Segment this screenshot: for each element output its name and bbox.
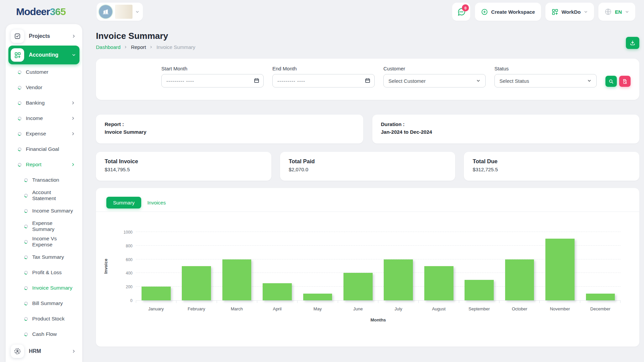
- sidebar-item-tax-summary[interactable]: Tax Summary: [8, 249, 79, 265]
- sidebar-item-financial-goal[interactable]: Financial Goal: [8, 141, 79, 157]
- bar-july[interactable]: [384, 259, 413, 300]
- export-download-button[interactable]: [626, 37, 639, 49]
- chevron-right-icon: [71, 116, 75, 121]
- end-month-input[interactable]: [272, 74, 375, 87]
- calendar-icon[interactable]: [365, 77, 371, 83]
- chevron-right-icon: [71, 349, 76, 354]
- sidebar-item-profit-loss[interactable]: Profit & Loss: [8, 265, 79, 280]
- sidebar-item-income-summary[interactable]: Income Summary: [8, 203, 79, 219]
- notification-badge: 0: [462, 4, 469, 11]
- breadcrumb-current: Invoice Summary: [156, 44, 195, 50]
- workdo-menu-button[interactable]: WorkDo: [545, 3, 594, 21]
- bar-february[interactable]: [182, 266, 211, 300]
- total-invoice-label: Total Invoice: [105, 158, 263, 165]
- breadcrumb-report[interactable]: Report: [131, 44, 146, 50]
- workspace-switcher[interactable]: [97, 3, 143, 21]
- sidebar-item-label: Product Stock: [32, 316, 65, 322]
- x-label-december: December: [580, 306, 621, 311]
- start-month-input[interactable]: [161, 74, 264, 87]
- status-select[interactable]: Select Status: [494, 74, 597, 87]
- bar-march[interactable]: [222, 259, 252, 300]
- bullet-icon: [23, 332, 28, 337]
- sidebar-item-bill-summary[interactable]: Bill Summary: [8, 296, 79, 311]
- sidebar-item-accounting[interactable]: Accounting: [8, 46, 79, 64]
- x-label-june: June: [338, 306, 378, 311]
- chevron-down-icon: [587, 78, 592, 83]
- x-label-july: July: [378, 306, 419, 311]
- report-card-value: Invoice Summary: [105, 129, 355, 135]
- total-due-label: Total Due: [473, 158, 631, 165]
- sidebar-item-banking[interactable]: Banking: [8, 95, 79, 111]
- sidebar-item-projects[interactable]: Projects: [8, 27, 79, 46]
- file-slash-icon: [622, 79, 628, 84]
- chevron-right-icon: [71, 101, 75, 105]
- y-axis-tick-400: 400: [116, 271, 132, 276]
- bar-october[interactable]: [505, 259, 534, 300]
- messages-button[interactable]: 0: [452, 3, 470, 21]
- total-invoice-value: $314,795.5: [105, 167, 263, 172]
- sidebar: ProjectsAccountingCustomerVendorBankingI…: [6, 24, 82, 362]
- customer-label: Customer: [383, 66, 486, 71]
- building-icon: [99, 5, 112, 18]
- sidebar-item-customer[interactable]: Customer: [8, 64, 79, 80]
- filter-panel: Start Month End Month Custom: [96, 59, 639, 100]
- report-card: Report : Invoice Summary: [96, 115, 363, 143]
- bullet-icon: [17, 70, 22, 74]
- customer-select[interactable]: Select Customer: [383, 74, 486, 87]
- sidebar-item-vendor[interactable]: Vendor: [8, 80, 79, 95]
- app-logo[interactable]: Modeer365: [16, 6, 97, 17]
- bullet-icon: [23, 270, 28, 275]
- calendar-icon[interactable]: [254, 77, 260, 83]
- bar-september[interactable]: [465, 280, 494, 300]
- y-axis-tick-600: 600: [116, 257, 132, 262]
- invoice-bar-chart: 02004006008001000InvoiceJanuaryFebruaryM…: [96, 232, 639, 322]
- bar-august[interactable]: [424, 266, 453, 300]
- start-month-field: Start Month: [161, 66, 264, 100]
- workdo-label: WorkDo: [561, 9, 581, 15]
- total-paid-label: Total Paid: [289, 158, 447, 165]
- breadcrumb-dashboard[interactable]: Dashboard: [96, 44, 120, 50]
- bar-december[interactable]: [586, 294, 615, 300]
- apply-filter-button[interactable]: [605, 76, 617, 87]
- chevron-right-icon: [149, 45, 153, 49]
- sidebar-item-label: Income Vs Expense: [32, 236, 75, 248]
- chevron-down-icon: [71, 53, 76, 57]
- sidebar-item-expense-summary[interactable]: Expense Summary: [8, 219, 79, 234]
- sidebar-item-cash-flow[interactable]: Cash Flow: [8, 326, 79, 342]
- bar-may[interactable]: [303, 294, 332, 300]
- status-label: Status: [494, 66, 597, 71]
- sidebar-item-income-vs-expense[interactable]: Income Vs Expense: [8, 234, 79, 249]
- sidebar-item-label: Financial Goal: [26, 146, 59, 152]
- reset-filter-button[interactable]: [619, 76, 631, 87]
- bar-november[interactable]: [545, 239, 575, 300]
- tab-invoices[interactable]: Invoices: [145, 197, 168, 208]
- bar-june[interactable]: [343, 273, 373, 300]
- language-selector[interactable]: EN: [598, 3, 635, 21]
- total-invoice-card: Total Invoice $314,795.5: [96, 152, 271, 181]
- chevron-down-icon: [135, 10, 140, 14]
- sidebar-item-product-stock[interactable]: Product Stock: [8, 311, 79, 326]
- sidebar-item-hrm[interactable]: HRM: [8, 342, 79, 361]
- sidebar-item-account-statement[interactable]: Account Statement: [8, 188, 79, 203]
- status-field: Status Select Status: [494, 66, 597, 100]
- download-icon: [630, 40, 636, 46]
- sidebar-item-label: Expense Summary: [32, 220, 75, 232]
- sidebar-item-label: Report: [26, 162, 42, 168]
- x-label-february: February: [176, 306, 216, 311]
- sidebar-item-label: Accounting: [29, 52, 58, 58]
- sidebar-item-label: Tax Summary: [32, 254, 64, 260]
- sidebar-item-report[interactable]: Report: [8, 157, 79, 172]
- tab-summary[interactable]: Summary: [106, 197, 141, 208]
- chart-tabs: Summary Invoices: [106, 197, 639, 208]
- create-workspace-button[interactable]: Create Workspace: [475, 3, 541, 21]
- sidebar-item-income[interactable]: Income: [8, 111, 79, 126]
- bar-april[interactable]: [263, 283, 292, 300]
- sidebar-item-label: HRM: [29, 348, 41, 354]
- sidebar-item-transaction[interactable]: Transaction: [8, 172, 79, 188]
- bullet-icon: [23, 193, 28, 198]
- sidebar-item-expense[interactable]: Expense: [8, 126, 79, 141]
- logo-text-accent: 365: [50, 6, 66, 17]
- sidebar-item-invoice-summary[interactable]: Invoice Summary: [8, 280, 79, 296]
- bullet-icon: [23, 316, 28, 321]
- bar-january[interactable]: [142, 287, 171, 300]
